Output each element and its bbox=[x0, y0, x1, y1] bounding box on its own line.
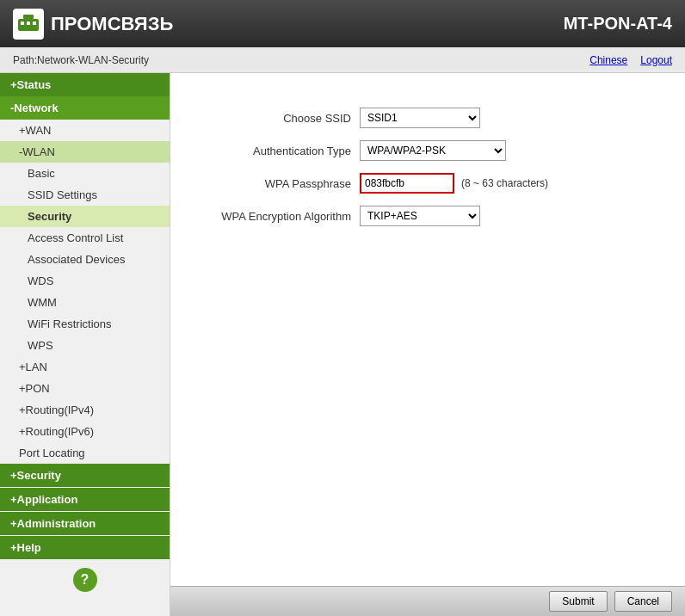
submit-button[interactable]: Submit bbox=[549, 591, 607, 612]
content-area: Choose SSID SSID1 SSID2 SSID3 SSID4 Auth… bbox=[170, 73, 685, 616]
auth-type-select[interactable]: WPA/WPA2-PSK WPA-PSK WPA2-PSK None bbox=[360, 140, 506, 161]
sidebar-item-wifi-restrictions[interactable]: WiFi Restrictions bbox=[0, 313, 170, 335]
form-row-encryption: WPA Encryption Algorithm TKIP+AES TKIP A… bbox=[188, 206, 668, 226]
device-title: MT-PON-AT-4 bbox=[564, 14, 672, 34]
sidebar-item-lan[interactable]: +LAN bbox=[0, 356, 170, 378]
sidebar-item-acl[interactable]: Access Control List bbox=[0, 227, 170, 249]
passphrase-hint: (8 ~ 63 characters) bbox=[461, 177, 548, 189]
logo-text: ПРОМСВЯЗЬ bbox=[51, 13, 173, 35]
sidebar-item-help[interactable]: +Help bbox=[0, 536, 170, 559]
wpa-passphrase-label: WPA Passphrase bbox=[188, 177, 360, 190]
breadcrumb: Path:Network-WLAN-Security bbox=[13, 54, 149, 66]
sidebar-item-status[interactable]: +Status bbox=[0, 73, 170, 96]
choose-ssid-label: Choose SSID bbox=[188, 112, 360, 125]
sidebar-item-wds[interactable]: WDS bbox=[0, 270, 170, 292]
sidebar-item-pon[interactable]: +PON bbox=[0, 378, 170, 399]
sidebar-item-routing-ipv6[interactable]: +Routing(IPv6) bbox=[0, 421, 170, 442]
main-layout: +Status -Network +WAN -WLAN Basic SSID S… bbox=[0, 73, 685, 616]
form-row-passphrase: WPA Passphrase (8 ~ 63 characters) bbox=[188, 173, 668, 194]
sidebar-item-associated-devices[interactable]: Associated Devices bbox=[0, 249, 170, 270]
sidebar-item-wmm[interactable]: WMM bbox=[0, 292, 170, 313]
sidebar-item-ssid-settings[interactable]: SSID Settings bbox=[0, 184, 170, 206]
wpa-passphrase-input[interactable] bbox=[360, 173, 454, 194]
header: ПРОМСВЯЗЬ MT-PON-AT-4 bbox=[0, 0, 685, 47]
language-link[interactable]: Chinese bbox=[589, 54, 627, 66]
auth-type-label: Authentication Type bbox=[188, 145, 360, 157]
bottom-bar: Submit Cancel bbox=[170, 586, 685, 616]
sidebar-item-wlan[interactable]: -WLAN bbox=[0, 141, 170, 163]
sidebar-item-security[interactable]: Security bbox=[0, 206, 170, 227]
sidebar-item-routing-ipv4[interactable]: +Routing(IPv4) bbox=[0, 399, 170, 421]
sidebar-item-wan[interactable]: +WAN bbox=[0, 120, 170, 141]
sidebar: +Status -Network +WAN -WLAN Basic SSID S… bbox=[0, 73, 170, 616]
sidebar-item-basic[interactable]: Basic bbox=[0, 163, 170, 184]
sidebar-item-wps[interactable]: WPS bbox=[0, 335, 170, 356]
wpa-encryption-select[interactable]: TKIP+AES TKIP AES bbox=[360, 206, 480, 226]
logo-icon bbox=[13, 9, 44, 40]
sidebar-item-security-section[interactable]: +Security bbox=[0, 464, 170, 487]
svg-rect-1 bbox=[21, 22, 24, 25]
form-row-auth-type: Authentication Type WPA/WPA2-PSK WPA-PSK… bbox=[188, 140, 668, 161]
sidebar-item-port-locating[interactable]: Port Locating bbox=[0, 442, 170, 464]
choose-ssid-select[interactable]: SSID1 SSID2 SSID3 SSID4 bbox=[360, 108, 480, 128]
cancel-button[interactable]: Cancel bbox=[614, 591, 672, 612]
topbar: Path:Network-WLAN-Security Chinese Logou… bbox=[0, 47, 685, 73]
topbar-links: Chinese Logout bbox=[589, 54, 672, 66]
form-area: Choose SSID SSID1 SSID2 SSID3 SSID4 Auth… bbox=[188, 108, 668, 226]
logo: ПРОМСВЯЗЬ bbox=[13, 9, 173, 40]
help-button[interactable]: ? bbox=[73, 568, 97, 592]
sidebar-item-administration[interactable]: +Administration bbox=[0, 512, 170, 535]
sidebar-item-network[interactable]: -Network bbox=[0, 96, 170, 120]
logout-link[interactable]: Logout bbox=[640, 54, 672, 66]
wpa-encryption-label: WPA Encryption Algorithm bbox=[188, 210, 360, 223]
svg-rect-3 bbox=[33, 22, 36, 25]
sidebar-item-application[interactable]: +Application bbox=[0, 488, 170, 511]
form-row-ssid: Choose SSID SSID1 SSID2 SSID3 SSID4 bbox=[188, 108, 668, 128]
svg-rect-2 bbox=[27, 22, 30, 25]
